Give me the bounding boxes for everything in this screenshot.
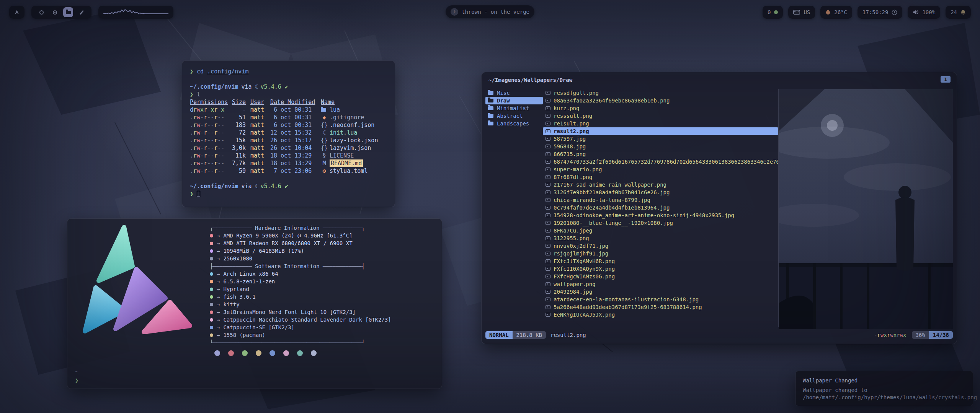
file-date: 12 oct 15:32 — [270, 129, 316, 137]
file-list-item[interactable]: resssult.png — [543, 112, 778, 120]
sidebar-dir-misc[interactable]: Misc — [485, 89, 543, 97]
flame-icon — [825, 9, 831, 15]
file-size: 59 — [230, 167, 246, 175]
file-row: .rw-r--r--11kmatt18 oct 13:29§LICENSE — [190, 152, 387, 159]
target-icon — [53, 10, 57, 15]
software-section-header: ├──────────── Software Information ─────… — [210, 262, 391, 270]
launcher-button[interactable] — [9, 6, 24, 19]
image-icon — [546, 198, 550, 202]
file-list-item[interactable]: 5a266e448add93deab367d87173e9f25-6837886… — [543, 303, 778, 311]
image-icon — [546, 305, 550, 309]
command-arg: .config/nvim — [207, 68, 248, 75]
file-list-item[interactable]: rsjqojlmjhf91.jpg — [543, 250, 778, 257]
file-list-item[interactable]: atardecer-en-la-montanas-ilustracion-634… — [543, 296, 778, 303]
keyboard-layout-module[interactable]: US — [788, 6, 815, 19]
palette-dot-7 — [297, 350, 303, 356]
file-list-item[interactable]: re1sult.png — [543, 120, 778, 127]
font-icon — [210, 311, 213, 314]
tab-badge[interactable]: 1 — [941, 76, 951, 83]
braces-icon: {} — [321, 121, 328, 129]
arrow-icon: → — [217, 324, 220, 331]
file-list-item[interactable]: chica-mirando-la-luna-8799.jpg — [543, 196, 778, 204]
file-list-item[interactable]: 3122955.png — [543, 234, 778, 242]
file-size-badge: 218.8 KB — [513, 331, 546, 339]
arrow-icon: → — [217, 247, 220, 255]
file-list-item[interactable]: 8FKa7Cu.jpeg — [543, 227, 778, 234]
folder-icon — [488, 91, 493, 95]
permissions: .rw-r--r-- — [190, 144, 226, 152]
permissions: .rw-r--r-- — [190, 121, 226, 129]
file-list-item[interactable]: wallpaper.png — [543, 280, 778, 288]
permissions: .rw-r--r-- — [190, 114, 226, 121]
file-list-item[interactable]: 587597.jpg — [543, 135, 778, 143]
fetch-terminal-window[interactable]: ┌──────────── Hardware Information ─────… — [67, 218, 442, 389]
gtk-theme-icon — [210, 318, 213, 322]
terminal-window[interactable]: ❯ cd .config/nvim ~/.config/nvim via ☾ v… — [182, 60, 395, 207]
file-list-item[interactable]: result2.png — [543, 127, 778, 135]
prompt-symbol: ❯ — [190, 190, 193, 198]
sidebar-dir-minimalist[interactable]: Minimalist — [485, 104, 543, 112]
volume-module[interactable]: 100% — [908, 6, 940, 19]
status-bar: NORMAL 218.8 KB result2.png -rwxrwxrwx 3… — [485, 330, 953, 340]
sidebar-dir-draw[interactable]: Draw — [485, 97, 543, 104]
kernel-icon — [210, 280, 213, 283]
file-list-item[interactable]: super-mario.png — [543, 166, 778, 173]
file-list-item[interactable]: 68747470733a2f2f696d616765732d7769786d70… — [543, 158, 778, 166]
arrow-cursor-icon — [14, 9, 20, 15]
column-header: Permissions — [190, 98, 226, 106]
notifications-module[interactable]: 24 — [946, 6, 971, 19]
file-size: - — [230, 106, 246, 114]
media-player-module[interactable]: ♪ thrown - on the verge — [446, 5, 534, 18]
file-name: atardecer-en-la-montanas-ilustracion-634… — [554, 296, 699, 302]
clock-module[interactable]: 17:50:29 — [858, 6, 902, 19]
gpu-value: AMD ATI Radeon RX 6800/6800 XT / 6900 XT — [223, 239, 352, 247]
file-list-item[interactable]: FXfcJlTXgAMvH6R.png — [543, 257, 778, 265]
file-list-item[interactable]: 08a634fa02a32364f69ebc86a98eb1eb.png — [543, 97, 778, 104]
file-name: 08a634fa02a32364f69ebc86a98eb1eb.png — [554, 98, 670, 104]
file-date: 26 oct 10:04 — [270, 144, 316, 152]
file-list-item[interactable]: 0c794faf07de24a4db4d4fb1eb813964.jpg — [543, 204, 778, 211]
file-list-item[interactable]: 866715.png — [543, 150, 778, 158]
file-list-item[interactable]: 19201080-__blue-tinge__-1920×1080.jpg — [543, 219, 778, 227]
temperature-module[interactable]: 26°C — [820, 6, 852, 19]
arrow-icon: → — [217, 316, 220, 324]
sidebar-dir-landscapes[interactable]: Landscapes — [485, 120, 543, 127]
cursor-position-badge: 14/38 — [929, 331, 953, 339]
file-name: .gitignore — [330, 114, 364, 121]
notification-title: Wallpaper Changed — [803, 377, 966, 384]
file-date: 6 oct 00:31 — [270, 114, 316, 121]
notification-popup[interactable]: Wallpaper Changed Wallpaper changed to /… — [795, 371, 973, 406]
file-list-item[interactable]: 3126f7e9bbf21a8a4af0b67b041c6e26.jpg — [543, 189, 778, 196]
image-icon — [546, 183, 550, 187]
parent-directory-panel: MiscDrawMinimalistAbstractLandscapes — [485, 89, 543, 327]
file-manager-window[interactable]: ~/Imagenes/Wallpapers/Draw 1 MiscDrawMin… — [481, 72, 957, 344]
workspace-3[interactable] — [63, 7, 73, 17]
file-list-item[interactable]: 20492984.jpg — [543, 288, 778, 296]
file-list-item[interactable]: kurz.png — [543, 104, 778, 112]
file-list-item[interactable]: ressdfgult.png — [543, 89, 778, 97]
workspace-1[interactable] — [36, 7, 46, 17]
file-list-item[interactable]: EeNKYgIUcAAJ5JX.png — [543, 311, 778, 319]
file-list-item[interactable]: 154928-odinokoe_anime-art-anime-okno-sin… — [543, 211, 778, 219]
file-list-item[interactable]: 217167-sad-anime-rain-wallpaper.png — [543, 181, 778, 189]
workspace-2[interactable] — [50, 7, 60, 17]
file-date: 18 oct 13:29 — [270, 159, 316, 167]
file-list-item[interactable]: FXfcII0X0AQyn9X.png — [543, 265, 778, 273]
file-row: .rw-r--r--7,7kmatt18 oct 13:29MREADME.md — [190, 159, 387, 167]
file-owner: matt — [250, 129, 266, 137]
file-owner: matt — [250, 167, 266, 175]
braces-icon: {} — [321, 144, 328, 152]
updates-module[interactable]: 0 — [763, 6, 783, 19]
audio-visualizer-module[interactable] — [98, 6, 173, 19]
file-list-item[interactable]: 596848.jpg — [543, 143, 778, 150]
workspace-4[interactable] — [77, 7, 87, 17]
file-name: lazy-lock.json — [330, 137, 378, 144]
sidebar-dir-abstract[interactable]: Abstract — [485, 112, 543, 120]
pen-icon — [80, 10, 84, 15]
file-name: lua — [330, 106, 340, 114]
file-list-item[interactable]: nnvuv0xj2df71.jpg — [543, 242, 778, 250]
ring-icon — [39, 10, 44, 15]
palette-dot-6 — [283, 350, 289, 356]
file-list-item[interactable]: 87r687df.png — [543, 173, 778, 181]
file-list-item[interactable]: FXfcHgcWIAMzs0G.png — [543, 273, 778, 280]
